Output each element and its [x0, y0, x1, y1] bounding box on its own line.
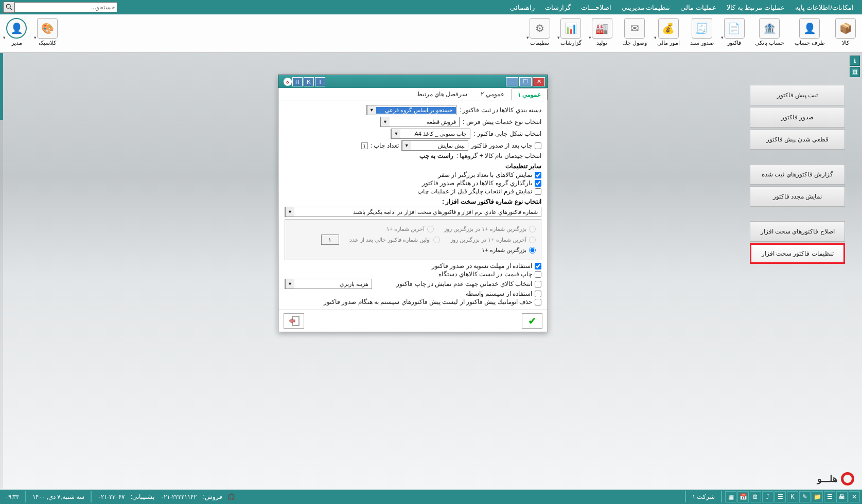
ribbon-user[interactable]: 👤مدیر — [2, 16, 31, 51]
chevron-down-icon[interactable]: ▼ — [391, 129, 400, 138]
rad-biggest-in-biggest-day — [529, 226, 536, 232]
radio-label: آخرین شماره +۱ — [386, 226, 425, 232]
btn-fix-hardware-invoices[interactable]: اصلاح فاکتورهاي سخت افزار — [750, 221, 845, 242]
svg-line-1 — [10, 8, 12, 10]
ribbon-goods[interactable]: 📦کالا — [831, 16, 860, 51]
chk-load-groups[interactable] — [535, 180, 541, 187]
menu-item[interactable]: راهنمائي — [505, 4, 540, 11]
tab-general-2[interactable]: عمومي ۲ — [474, 88, 511, 100]
chevron-down-icon[interactable]: ▼ — [402, 141, 411, 150]
search-button[interactable] — [3, 2, 14, 13]
btn-reshow-invoice[interactable]: نمایش مجدد فاکتور — [750, 186, 845, 207]
sel-print-shape[interactable]: چاپ ستونی _ کاغذ A4▼ — [391, 129, 470, 139]
in-print-count[interactable] — [361, 142, 368, 149]
sb-calendar-icon[interactable]: 📅 — [737, 491, 749, 502]
title-letter[interactable]: K — [304, 77, 314, 86]
menu-item[interactable]: عملیات مالي — [675, 4, 722, 11]
ribbon-reports[interactable]: 📊گزارشات — [556, 16, 586, 51]
sb-list-icon[interactable]: ☰ — [775, 491, 786, 502]
chevron-down-icon[interactable]: ▼ — [380, 117, 390, 127]
production-icon: 🏭 — [592, 18, 612, 39]
title-letter[interactable]: H — [292, 77, 303, 86]
maximize-button[interactable]: ☐ — [519, 77, 532, 86]
tab-general-1[interactable]: عمومي ۱ — [511, 88, 548, 100]
minimize-button[interactable]: ─ — [506, 77, 518, 86]
ribbon-account-party[interactable]: 👤طرف حساب — [790, 16, 830, 51]
sb-note-icon[interactable]: ✎ — [799, 491, 811, 502]
ribbon-production[interactable]: 🏭تولید — [587, 16, 617, 51]
headset-icon: 🎧 — [225, 493, 237, 500]
dialog-footer: ✔ — [278, 310, 548, 332]
menu-item[interactable]: عملیات مرتبط به کالا — [722, 4, 790, 11]
exit-button[interactable] — [284, 313, 304, 329]
chk-use-mediator[interactable] — [535, 291, 541, 297]
status-date: سه شنبه,۷ دي, ۱۴۰۰ — [29, 493, 87, 500]
chk-use-settlement[interactable] — [535, 263, 541, 269]
chk-auto-delete-preinvoice[interactable] — [535, 299, 541, 305]
radio-group-number: بزرگترین شماره +۱ در بزرگترین روز آخرین … — [285, 219, 541, 260]
dialog-titlebar[interactable]: ه H K T ─ ☐ ✕ — [278, 75, 548, 88]
menu-item[interactable]: تنظیمات مدیریتي — [617, 4, 676, 11]
sb-grid-icon[interactable]: ▦ — [725, 491, 736, 502]
sb-k-icon[interactable]: K — [787, 491, 798, 502]
ribbon-label: کالا — [842, 40, 849, 46]
ribbon-settings[interactable]: ⚙تنظیمات — [525, 16, 555, 51]
btn-finalize-preinvoice[interactable]: قطعي شدن پیش فاکتور — [750, 129, 845, 150]
sb-doc-icon[interactable]: 🗎 — [750, 491, 761, 502]
menu-item[interactable]: اصلاحـــات — [576, 4, 617, 11]
sb-share-icon[interactable]: ⤴ — [762, 491, 773, 502]
vertical-scrollbar[interactable] — [0, 53, 3, 489]
chk-select-service-item[interactable] — [535, 281, 541, 287]
document-icon: 🧾 — [692, 18, 712, 39]
chevron-down-icon[interactable]: ▼ — [367, 105, 376, 115]
chevron-down-icon[interactable]: ▼ — [285, 279, 294, 289]
image-icon[interactable]: 🖼 — [850, 67, 860, 77]
invoice-icon: 📄 — [724, 18, 745, 39]
sel-print-mode[interactable]: پیش نمایش▼ — [401, 140, 468, 151]
chk-label: نمایش فرم انتخاب چاپگر قبل از عملیات چاپ — [417, 188, 532, 195]
ribbon-invoice[interactable]: 📄فاکتور — [719, 16, 749, 51]
menu-item[interactable]: گزارشات — [540, 4, 576, 11]
sel-invoice-number-mode[interactable]: شماره فاکتورهاي عادي نرم افزار و فاکتوره… — [285, 207, 541, 217]
sb-menu-icon[interactable]: ☰ — [824, 491, 835, 502]
sb-close-icon[interactable]: ✕ — [849, 491, 860, 502]
sel-default-service[interactable]: فروش قطعه▼ — [380, 117, 460, 127]
chk-print-after-issue[interactable] — [535, 142, 541, 149]
sel-service-item[interactable]: هزینه باربري▼ — [285, 279, 372, 289]
sel-goods-grouping[interactable]: جستجو بر اساس گروه فرعي▼ — [366, 105, 456, 115]
title-letter[interactable]: T — [315, 77, 325, 86]
person-icon: 👤 — [799, 18, 820, 39]
chk-label: استفاده از مهلت تسویه در صدور فاکتور — [432, 262, 532, 269]
ribbon-label: تنظیمات — [530, 40, 549, 46]
chk-label: حذف اتوماتیك پیش فاکتور از لیست پیش فاکت… — [324, 298, 532, 305]
ribbon-document[interactable]: 🧾صدور سند — [685, 16, 718, 51]
chk-printer-select[interactable] — [535, 188, 541, 195]
sb-folder-icon[interactable]: 📁 — [812, 491, 823, 502]
sel-value: هزینه باربري — [294, 281, 372, 287]
sel-value: جستجو بر اساس گروه فرعي — [376, 107, 456, 114]
search-input[interactable] — [14, 2, 117, 12]
tab-related-headings[interactable]: سرفصل هاي مرتبط — [410, 88, 474, 100]
ok-button[interactable]: ✔ — [522, 313, 542, 329]
ribbon-theme[interactable]: 🎨کلاسیک — [32, 16, 62, 51]
info-icon[interactable]: ℹ — [850, 56, 860, 66]
chk-label: نمایش کالاهای با تعداد بزرگتر از صفر — [438, 171, 532, 178]
chk-print-price[interactable] — [535, 271, 541, 278]
ribbon-cheque[interactable]: ✉وصول چك — [618, 16, 652, 51]
status-icons: ▦ 📅 🗎 ⤴ ☰ K ✎ 📁 ☰ 🖶 ✕ — [725, 491, 860, 502]
btn-invoice-report[interactable]: گزارش فاکتورهاي ثبت شده — [750, 164, 845, 185]
btn-issue-invoice[interactable]: صدور فاکتور — [750, 107, 845, 128]
rad-biggest-plus-1[interactable] — [529, 247, 536, 254]
ribbon-bank-account[interactable]: 🏦حساب بانکي — [750, 16, 789, 51]
sb-printer-icon[interactable]: 🖶 — [836, 491, 848, 502]
support-label: پشتیباني: — [128, 493, 157, 500]
scrollbar-thumb[interactable] — [0, 53, 3, 120]
brand-circle-icon — [841, 472, 854, 485]
menu-item[interactable]: امکانات/اطلاعات پایه — [790, 4, 859, 11]
btn-register-preinvoice[interactable]: ثبت پیش فاکتور — [750, 85, 845, 105]
close-button[interactable]: ✕ — [533, 77, 545, 86]
chevron-down-icon[interactable]: ▼ — [285, 207, 294, 217]
chk-show-positive-qty[interactable] — [535, 172, 541, 178]
ribbon-finance[interactable]: 💰امور مالي — [653, 16, 684, 51]
btn-hardware-invoice-settings[interactable]: تنظیمات فاکتور سخت افزار — [750, 243, 845, 264]
